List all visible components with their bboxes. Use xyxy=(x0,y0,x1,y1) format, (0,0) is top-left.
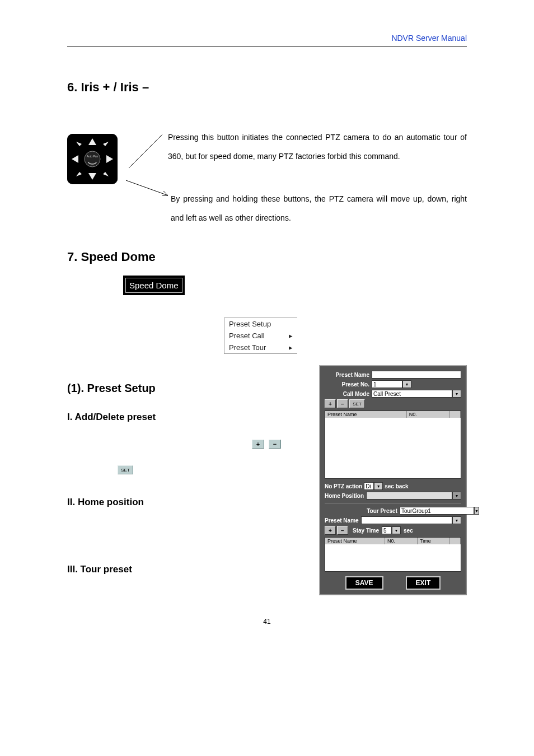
tour-minus-button[interactable]: − xyxy=(337,526,348,535)
input-preset-no[interactable] xyxy=(372,380,402,388)
menu-item-preset-call[interactable]: Preset Call ▸ xyxy=(224,330,297,342)
panel-minus-button[interactable]: − xyxy=(337,399,348,408)
menu-item-label: Preset Setup xyxy=(229,320,271,328)
svg-line-11 xyxy=(129,134,162,168)
menu-item-preset-setup[interactable]: Preset Setup xyxy=(224,318,297,330)
label-call-mode: Call Mode xyxy=(325,391,372,397)
label-sec-back: sec back xyxy=(385,483,408,489)
menu-item-preset-tour[interactable]: Preset Tour ▸ xyxy=(224,342,297,353)
dropdown-button[interactable]: ▼ xyxy=(474,507,479,515)
page-number: 41 xyxy=(67,618,467,626)
label-no-ptz-action: No PTZ action xyxy=(325,483,362,489)
ptz-control-icon: Auto Pan xyxy=(67,134,118,184)
tour-plus-button[interactable]: + xyxy=(325,526,336,535)
svg-line-12 xyxy=(126,180,168,195)
label-sec: sec xyxy=(404,528,413,534)
svg-point-5 xyxy=(85,151,100,167)
heading-speed-dome: 7. Speed Dome xyxy=(67,250,467,264)
heading-add-delete: I. Add/Delete preset xyxy=(67,412,297,423)
submenu-arrow-icon: ▸ xyxy=(289,343,293,352)
select-call-mode[interactable] xyxy=(372,390,452,398)
iris-paragraph-1: Pressing this button initiates the conne… xyxy=(168,128,467,166)
menu-item-label: Preset Tour xyxy=(229,343,266,352)
save-button[interactable]: SAVE xyxy=(345,576,383,590)
input-preset-name[interactable] xyxy=(372,371,461,379)
heading-tour-preset: III. Tour preset xyxy=(67,564,297,575)
exit-button[interactable]: EXIT xyxy=(406,576,441,590)
header-divider xyxy=(67,46,467,46)
label-home-position: Home Position xyxy=(325,493,366,499)
tour-preset-list: Preset Name N0. Time xyxy=(325,537,461,572)
preset-list: Preset Name N0. xyxy=(325,410,461,479)
submenu-arrow-icon: ▸ xyxy=(289,332,293,340)
heading-preset-setup: (1). Preset Setup xyxy=(67,382,297,395)
heading-iris: 6. Iris + / Iris – xyxy=(67,80,467,95)
label-preset-no: Preset No. xyxy=(325,381,372,388)
label-tour-preset: Tour Preset xyxy=(325,508,400,514)
header-manual-title: NDVR Server Manual xyxy=(67,34,467,43)
dropdown-button[interactable]: ▼ xyxy=(452,516,461,524)
col-preset-name: Preset Name xyxy=(325,411,407,418)
select-tour-preset[interactable] xyxy=(400,507,474,515)
preset-setup-dialog: Preset Name Preset No. ▼ Call Mode ▼ xyxy=(319,365,467,595)
callout-arrow-2 xyxy=(123,178,235,200)
callout-arrow-1 xyxy=(126,132,165,176)
minus-button[interactable]: − xyxy=(269,440,281,449)
panel-set-button[interactable]: SET xyxy=(349,399,365,408)
heading-home-position: II. Home position xyxy=(67,497,297,508)
dropdown-button[interactable]: ▼ xyxy=(452,390,461,398)
select-preset-name-2[interactable] xyxy=(361,516,452,524)
label-stay-time: Stay Time xyxy=(353,528,379,534)
select-home-position[interactable] xyxy=(366,492,452,500)
dropdown-button[interactable]: ▼ xyxy=(402,380,411,388)
menu-item-label: Preset Call xyxy=(229,332,265,340)
dropdown-button[interactable]: ▼ xyxy=(452,492,461,500)
panel-plus-button[interactable]: + xyxy=(325,399,336,408)
select-stay-time[interactable] xyxy=(382,526,392,534)
set-button[interactable]: SET xyxy=(118,465,133,474)
dropdown-button[interactable]: ▼ xyxy=(392,526,401,534)
dropdown-button[interactable]: ▼ xyxy=(374,482,383,490)
col-no: N0. xyxy=(407,411,450,418)
col-no-2: N0. xyxy=(385,538,418,544)
label-preset-name-2: Preset Name xyxy=(325,517,361,524)
col-preset-name-2: Preset Name xyxy=(325,538,385,544)
select-no-ptz[interactable] xyxy=(364,482,374,490)
speed-dome-button-label: Speed Dome xyxy=(125,278,182,293)
context-menu: Preset Setup Preset Call ▸ Preset Tour ▸ xyxy=(224,318,297,354)
label-preset-name: Preset Name xyxy=(325,372,372,378)
speed-dome-button[interactable]: Speed Dome xyxy=(123,276,185,295)
svg-text:Auto Pan: Auto Pan xyxy=(87,155,99,158)
col-time: Time xyxy=(418,538,450,544)
plus-button[interactable]: + xyxy=(252,440,264,449)
